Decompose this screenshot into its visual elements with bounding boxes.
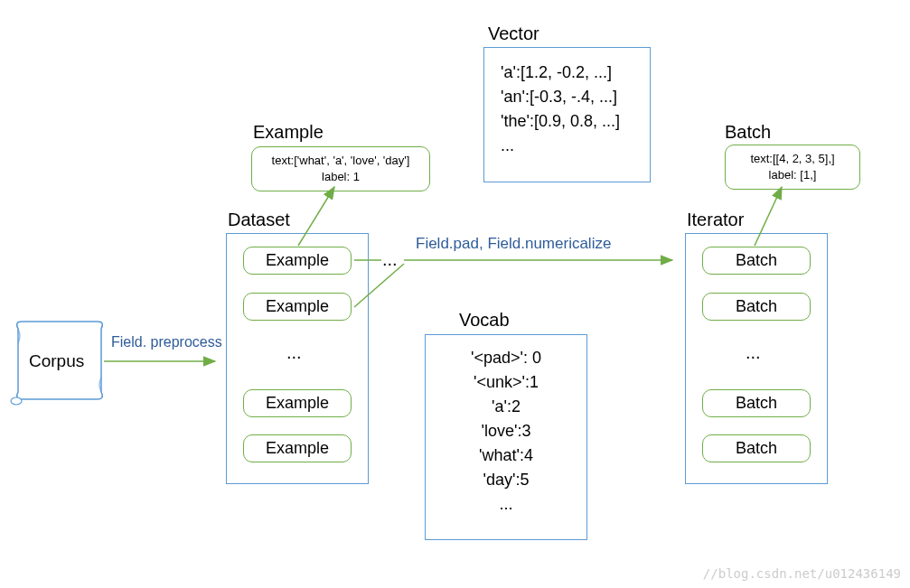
example-label-line: label: 1 (261, 169, 420, 185)
svg-point-0 (11, 397, 22, 405)
arrow-dataset-to-iterator (354, 244, 681, 316)
batch-label-line: label: [1,] (735, 167, 850, 183)
batch-callout: text:[[4, 2, 3, 5],] label: [1,] (725, 145, 860, 190)
vocab-line: '<unk>':1 (426, 370, 586, 395)
iterator-dots: ... (746, 342, 761, 363)
iterator-item: Batch (702, 389, 811, 417)
batch-text-line: text:[[4, 2, 3, 5],] (735, 151, 850, 167)
vocab-box: '<pad>': 0 '<unk>':1 'a':2 'love':3 'wha… (425, 334, 587, 540)
example-title: Example (253, 122, 324, 143)
pad-numericalize-label: Field.pad, Field.numericalize (416, 235, 611, 253)
vocab-line: '<pad>': 0 (426, 346, 586, 370)
dataset-dots: ... (286, 342, 302, 363)
vocab-line: 'day':5 (426, 468, 586, 492)
dataset-item: Example (243, 434, 352, 462)
vector-line: 'an':[-0.3, -.4, ...] (484, 85, 650, 109)
example-callout: text:['what', 'a', 'love', 'day'] label:… (251, 146, 430, 191)
vector-title: Vector (488, 23, 539, 44)
iterator-item: Batch (702, 247, 811, 275)
iterator-title: Iterator (687, 210, 744, 230)
vocab-title: Vocab (459, 310, 510, 331)
example-text-line: text:['what', 'a', 'love', 'day'] (261, 153, 420, 169)
vocab-line: 'a':2 (426, 395, 586, 419)
middle-dots: ... (382, 249, 398, 270)
iterator-item: Batch (702, 293, 811, 321)
iterator-item: Batch (702, 434, 811, 462)
vector-line: 'a':[1.2, -0.2, ...] (484, 61, 650, 85)
dataset-item: Example (243, 247, 352, 275)
dataset-item: Example (243, 389, 352, 417)
dataset-box: Example Example ... Example Example (226, 233, 369, 484)
vector-dots: ... (484, 134, 650, 158)
preprocess-label: Field. preprocess (111, 334, 222, 350)
vocab-line: 'love':3 (426, 419, 586, 443)
watermark: //blog.csdn.net/u012436149 (703, 566, 901, 581)
arrow-corpus-to-dataset (99, 352, 226, 370)
batch-title: Batch (725, 122, 771, 143)
corpus-label: Corpus (29, 351, 84, 371)
dataset-title: Dataset (228, 210, 290, 230)
dataset-item: Example (243, 293, 352, 321)
vector-line: 'the':[0.9, 0.8, ...] (484, 109, 650, 134)
vector-box: 'a':[1.2, -0.2, ...] 'an':[-0.3, -.4, ..… (483, 47, 651, 182)
vocab-line: 'what':4 (426, 443, 586, 468)
iterator-box: Batch Batch ... Batch Batch (685, 233, 828, 484)
vocab-dots: ... (426, 492, 586, 517)
